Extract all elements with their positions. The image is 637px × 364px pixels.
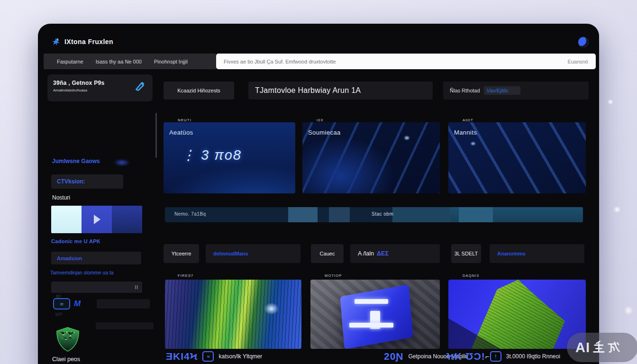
card-tag: Daqni3 bbox=[463, 273, 479, 278]
tab-2[interactable]: Isass thy aa Ne 000 bbox=[96, 59, 142, 64]
app-title: IXtona Fruxlen bbox=[64, 38, 113, 46]
amadsion-box[interactable]: Amadsion bbox=[51, 252, 141, 264]
promo-link[interactable]: Jumlwsne Gaows bbox=[52, 158, 100, 164]
progress-status: Stac obm bbox=[372, 211, 393, 217]
progress-segment bbox=[288, 207, 318, 222]
promo-glow bbox=[114, 159, 130, 166]
edit-pen-icon[interactable] bbox=[134, 80, 146, 92]
ai-watermark-badge: AI bbox=[567, 333, 637, 362]
watermark-kanji-icon bbox=[592, 340, 621, 355]
progress-segment bbox=[329, 207, 350, 222]
header-right-link[interactable]: Vav/Ejtilo bbox=[484, 86, 520, 95]
title-field[interactable]: TJamtovloe Harbwiay Arun 1A bbox=[248, 82, 433, 100]
user-name: 39ña , Getnox P9s bbox=[53, 80, 147, 86]
tab-1[interactable]: Fasputarne bbox=[57, 59, 83, 64]
stat-item: ƎKI4Ϟ ≈ katson/lk Yltqmer bbox=[166, 351, 262, 362]
progress-label: Nemo. 7a1Bq bbox=[174, 211, 206, 217]
wave-icon[interactable]: ≈ bbox=[53, 298, 70, 309]
clear-label: Claei peos bbox=[52, 356, 80, 363]
filter-label-2[interactable]: Cauec bbox=[311, 244, 344, 263]
media-card[interactable] bbox=[448, 280, 586, 349]
sidebar-slider[interactable]: II bbox=[51, 282, 142, 293]
card-tag: Fires7 bbox=[178, 273, 193, 278]
filter-value-text: delmnudMans bbox=[213, 251, 248, 256]
media-card[interactable] bbox=[310, 280, 440, 349]
progress-segment bbox=[392, 207, 450, 222]
user-subtitle: Amalindiskdruñuasa bbox=[53, 88, 147, 92]
play-icon bbox=[94, 215, 100, 224]
media-card[interactable]: Soumiecaa bbox=[302, 122, 440, 193]
card-tag: A00T bbox=[463, 118, 473, 122]
card-tag: Motiop bbox=[325, 273, 342, 278]
filter-label-1[interactable]: Ytceerre bbox=[164, 244, 199, 263]
filter-value-text: Ananomms bbox=[497, 251, 526, 256]
sidebar-scrollbar[interactable] bbox=[155, 113, 157, 158]
swatch-light[interactable] bbox=[51, 206, 82, 233]
card-tag: NRUTI bbox=[178, 118, 191, 122]
stat-label: 3t.0000 I9qtlo Rnneoi bbox=[506, 353, 560, 360]
stat-value: ƎKI4Ϟ bbox=[166, 351, 198, 362]
metric-m-glyph: M bbox=[74, 299, 81, 309]
header-right-label: Ñlas Rthotad bbox=[450, 88, 480, 93]
stat-value: 20Ɲ bbox=[384, 351, 404, 362]
progress-bar[interactable]: Nemo. 7a1Bq Stac obm bbox=[165, 207, 583, 222]
slider-handle[interactable]: II bbox=[135, 285, 138, 290]
progress-fill-highlight bbox=[459, 207, 493, 222]
section-label: Nosturi bbox=[52, 194, 70, 201]
media-card[interactable] bbox=[165, 280, 301, 349]
swatch-play[interactable] bbox=[82, 206, 112, 233]
card-title: Mannits bbox=[454, 129, 477, 136]
security-shield-icon bbox=[54, 326, 82, 353]
card-overlay-text: ⋮ 3 πo8 bbox=[182, 147, 242, 163]
stat-label: katson/lk Yltqmer bbox=[218, 353, 262, 360]
watermark-latin-text: AI bbox=[575, 340, 590, 355]
sidebar: 39ña , Getnox P9s Amalindiskdruñuasa Jum… bbox=[44, 71, 157, 364]
color-swatch-strip[interactable] bbox=[51, 206, 142, 233]
media-card[interactable]: Aeatüos ⋮ 3 πo8 bbox=[164, 122, 295, 193]
cube-glyph bbox=[349, 323, 393, 328]
faint-value-bottom: 107 bbox=[55, 312, 62, 317]
cube-glyph bbox=[355, 299, 388, 304]
main-content: Kcaazid Hiňozests TJamtovloe Harbwiay Ar… bbox=[164, 24, 597, 364]
filter-label-3[interactable]: 3L SDELT bbox=[451, 244, 481, 263]
palette-caption[interactable]: Cadonic me U APK bbox=[51, 238, 100, 244]
header-right-box: Ñlas Rthotad Vav/Ejtilo bbox=[443, 82, 589, 100]
filter-value-1[interactable]: delmnudMans bbox=[206, 244, 300, 263]
app-logo-icon bbox=[51, 37, 61, 46]
filter-value-main: A /laln bbox=[358, 250, 374, 257]
sidebar-icon-row: ≈ M bbox=[53, 298, 81, 310]
transmission-link[interactable]: Tamvemdinjan slomme ua ta bbox=[50, 270, 114, 275]
card-title: Aeatüos bbox=[169, 129, 193, 136]
card-tag: I0X bbox=[317, 118, 324, 122]
card-title: Soumiecaa bbox=[308, 129, 341, 136]
app-window: IXtona Fruxlen Fasputarne Isass thy aa N… bbox=[38, 24, 599, 364]
stat-item: ϞK ƱƆ! ! 3t.0000 I9qtlo Rnneoi bbox=[446, 351, 560, 362]
filter-value-2[interactable]: A /laln ΔΕΣ bbox=[350, 244, 440, 263]
filter-value-3[interactable]: Ananomms bbox=[490, 244, 584, 263]
filter-value-accent: ΔΕΣ bbox=[377, 250, 389, 257]
stat-alert-icon: ! bbox=[490, 351, 501, 362]
stat-wave-icon: ≈ bbox=[202, 351, 214, 362]
swatch-dark[interactable] bbox=[112, 206, 142, 233]
media-card[interactable]: Mannits bbox=[448, 122, 586, 193]
sidebar-blank-field-1[interactable] bbox=[97, 299, 150, 309]
version-box[interactable]: CTVksion: bbox=[51, 174, 123, 189]
stat-value: ϞK ƱƆ! bbox=[446, 351, 485, 362]
filter-button[interactable]: Kcaazid Hiňozests bbox=[164, 82, 234, 100]
sidebar-blank-field-2[interactable] bbox=[96, 322, 154, 329]
